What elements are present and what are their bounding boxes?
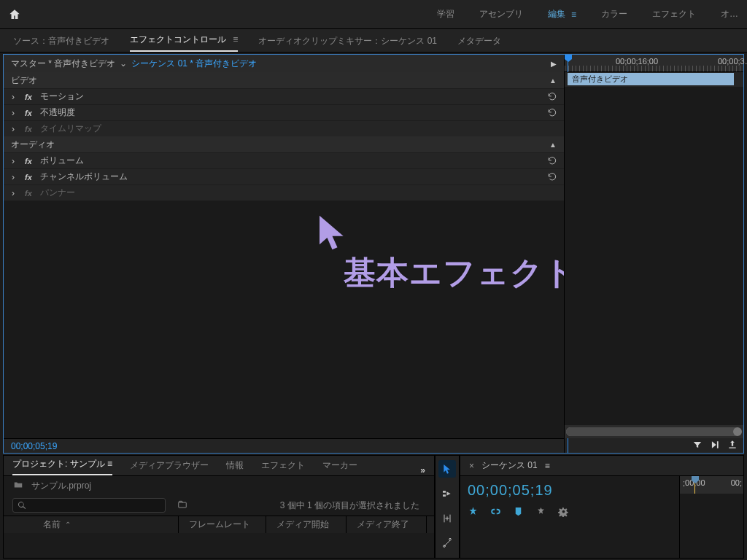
linked-selection-toggle[interactable] xyxy=(490,506,501,519)
workspace-bar: 学習 アセンブリ 編集 ≡ カラー エフェクト オ… xyxy=(0,0,747,29)
effect-label: ボリューム xyxy=(40,155,84,167)
add-marker-toggle[interactable] xyxy=(513,506,524,519)
reset-button[interactable] xyxy=(545,171,560,183)
effect-label: 不透明度 xyxy=(40,106,75,119)
fx-badge-icon[interactable]: fx xyxy=(23,125,34,133)
project-filename: サンプル.prproj xyxy=(31,480,91,492)
tab-source[interactable]: ソース：音声付きビデオ xyxy=(13,31,109,52)
sequence-tab[interactable]: シーケンス 01 xyxy=(481,459,538,472)
tab-media-browser[interactable]: メディアブラウザー xyxy=(130,456,209,475)
home-icon xyxy=(8,8,21,21)
ruler-label: 00;00;16;00 xyxy=(616,57,658,66)
effect-controls-mini-timeline: 00;00;16;00 00;00;3… 音声付きビデオ xyxy=(564,55,743,453)
show-timeline-toggle[interactable]: ▶ xyxy=(551,60,557,68)
playhead-handle[interactable] xyxy=(565,55,572,62)
ripple-edit-tool[interactable] xyxy=(438,510,456,527)
tab-project[interactable]: プロジェクト: サンプル ≡ xyxy=(12,454,112,475)
footer-timecode[interactable]: 00;00;05;19 xyxy=(11,441,57,451)
workspace-tab-learn[interactable]: 学習 xyxy=(437,0,454,28)
effect-panner[interactable]: › fx パンナー xyxy=(4,184,564,201)
tab-effect-controls[interactable]: エフェクトコントロール ≡ xyxy=(130,29,238,52)
expand-icon[interactable]: › xyxy=(9,124,17,134)
effect-motion[interactable]: › fx モーション xyxy=(4,88,564,104)
timeline-ruler[interactable]: ;00;00 00; xyxy=(680,476,743,494)
effect-controls-panel: マスター * 音声付きビデオ ⌄ シーケンス 01 * 音声付きビデオ ▶ ビデ… xyxy=(3,54,744,454)
new-bin-button[interactable] xyxy=(176,499,189,512)
effect-channel-volume[interactable]: › fx チャンネルボリューム xyxy=(4,168,564,184)
filter-icon[interactable] xyxy=(692,440,703,452)
expand-icon[interactable]: › xyxy=(9,92,17,102)
fx-badge-icon[interactable]: fx xyxy=(23,189,34,198)
mini-clip[interactable]: 音声付きビデオ xyxy=(568,73,734,85)
timeline-tracks-area[interactable]: ;00;00 00; xyxy=(679,476,743,558)
fx-badge-icon[interactable]: fx xyxy=(23,109,34,117)
ruler-label: 00;00;3… xyxy=(718,57,747,66)
sequence-clip-path[interactable]: シーケンス 01 * 音声付きビデオ xyxy=(131,58,257,70)
snap-toggle[interactable] xyxy=(468,506,479,519)
workspace-tab-assembly[interactable]: アセンブリ xyxy=(479,0,523,28)
tab-markers[interactable]: マーカー xyxy=(322,456,357,475)
project-panel: プロジェクト: サンプル ≡ メディアブラウザー 情報 エフェクト マーカー »… xyxy=(3,455,435,559)
effect-time-remap[interactable]: › fx タイムリマップ xyxy=(4,120,564,136)
effect-volume[interactable]: › fx ボリューム xyxy=(4,152,564,168)
reset-button[interactable] xyxy=(545,91,560,103)
search-icon xyxy=(18,501,26,510)
workspace-tab-overflow[interactable]: オ… xyxy=(721,0,738,28)
close-icon[interactable]: × xyxy=(469,461,474,471)
reset-button[interactable] xyxy=(545,107,560,119)
mini-ruler[interactable]: 00;00;16;00 00;00;3… xyxy=(565,55,743,72)
fx-badge-icon[interactable]: fx xyxy=(23,93,34,101)
app-root: 学習 アセンブリ 編集 ≡ カラー エフェクト オ… ソース：音声付きビデオ エ… xyxy=(0,0,747,560)
chevron-down-icon[interactable]: ⌄ xyxy=(120,58,127,69)
section-audio[interactable]: オーディオ ▲ xyxy=(4,136,564,152)
panel-menu-icon[interactable]: ≡ xyxy=(571,9,576,20)
timeline-playhead[interactable] xyxy=(694,476,695,494)
expand-icon[interactable]: › xyxy=(9,172,17,182)
column-name[interactable]: 名前 ⌃ xyxy=(33,516,179,533)
tab-audio-clip-mixer[interactable]: オーディオクリップミキサー：シーケンス 01 xyxy=(258,31,437,52)
tab-metadata[interactable]: メタデータ xyxy=(457,31,501,52)
panel-menu-icon[interactable]: ≡ xyxy=(233,34,238,44)
panel-menu-icon[interactable]: ≡ xyxy=(107,459,112,469)
tabs-overflow-icon[interactable]: » xyxy=(420,465,425,475)
expand-icon[interactable]: › xyxy=(9,108,17,118)
section-video[interactable]: ビデオ ▲ xyxy=(4,72,564,88)
selection-info: 3 個中 1 個の項目が選択されました xyxy=(280,499,425,512)
column-media-end[interactable]: メディア終了 xyxy=(347,516,427,533)
column-media-start[interactable]: メディア開始 xyxy=(266,516,347,533)
export-icon[interactable] xyxy=(727,440,738,452)
timeline-settings-a[interactable] xyxy=(535,506,546,519)
fx-badge-icon[interactable]: fx xyxy=(23,173,34,182)
tab-info[interactable]: 情報 xyxy=(226,456,244,475)
mini-timeline-body xyxy=(565,87,743,425)
selection-tool[interactable] xyxy=(438,460,456,478)
column-framerate[interactable]: フレームレート xyxy=(179,516,266,533)
timeline-timecode[interactable]: 00;00;05;19 xyxy=(468,482,672,499)
scroll-knob-right[interactable] xyxy=(733,427,742,436)
project-columns: 名前 ⌃ フレームレート メディア開始 メディア終了 xyxy=(4,516,434,533)
collapse-icon[interactable]: ▲ xyxy=(549,141,557,149)
workspace-tab-editing[interactable]: 編集 ≡ xyxy=(548,0,576,28)
workspace-tab-label: 編集 xyxy=(548,8,565,20)
home-button[interactable] xyxy=(0,0,29,29)
reset-button[interactable] xyxy=(545,155,560,167)
expand-icon[interactable]: › xyxy=(9,156,17,166)
tab-effects[interactable]: エフェクト xyxy=(261,456,305,475)
folder-icon xyxy=(12,480,24,492)
search-input[interactable] xyxy=(12,498,166,513)
timeline-settings-b[interactable] xyxy=(558,506,569,519)
sort-asc-icon[interactable]: ⌃ xyxy=(65,521,71,529)
ruler-label: 00; xyxy=(731,478,742,487)
collapse-icon[interactable]: ▲ xyxy=(549,77,557,85)
effect-opacity[interactable]: › fx 不透明度 xyxy=(4,104,564,120)
razor-tool[interactable] xyxy=(438,534,456,552)
mini-timeline-scrollbar[interactable] xyxy=(565,425,743,438)
workspace-tab-effects[interactable]: エフェクト xyxy=(652,0,696,28)
scroll-thumb[interactable] xyxy=(566,427,740,436)
panel-menu-icon[interactable]: ≡ xyxy=(545,461,550,471)
track-select-tool[interactable] xyxy=(438,485,456,502)
skip-icon[interactable] xyxy=(710,440,720,452)
fx-badge-icon[interactable]: fx xyxy=(23,157,34,166)
expand-icon[interactable]: › xyxy=(9,188,17,198)
workspace-tab-color[interactable]: カラー xyxy=(601,0,627,28)
